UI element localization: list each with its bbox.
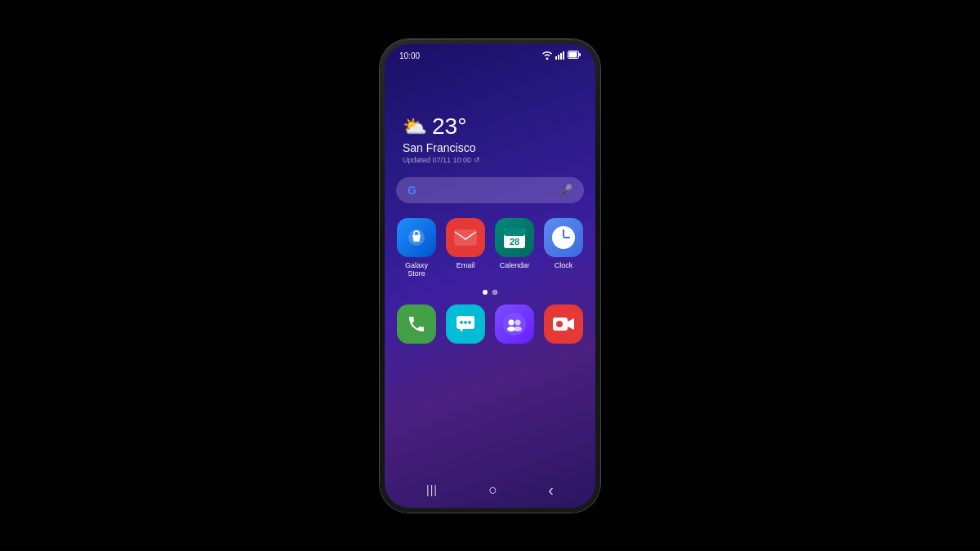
search-bar[interactable]: G 🎤 (396, 177, 584, 203)
svg-rect-3 (563, 51, 564, 60)
app-messages[interactable] (445, 304, 486, 344)
calendar-label: Calendar (500, 261, 530, 270)
svg-point-18 (515, 320, 521, 326)
home-content: ⛅ 23° San Francisco Updated 07/11 10:00 … (385, 64, 595, 474)
status-icons (541, 51, 581, 61)
app-email[interactable]: Email (445, 218, 486, 279)
home-button[interactable]: ○ (488, 482, 497, 499)
svg-rect-0 (555, 56, 557, 60)
page-dot-1[interactable] (483, 290, 488, 295)
svg-point-14 (464, 321, 467, 324)
wifi-icon (541, 51, 553, 61)
svg-rect-2 (560, 53, 562, 60)
recents-button[interactable]: ||| (426, 483, 438, 496)
status-time: 10:00 (399, 51, 420, 60)
clock-label: Clock (555, 261, 573, 270)
svg-rect-1 (558, 55, 559, 60)
svg-text:28: 28 (510, 237, 519, 247)
svg-point-20 (514, 327, 522, 331)
svg-rect-5 (579, 53, 581, 56)
contacts-icon (495, 304, 534, 344)
page-dot-2[interactable] (492, 290, 497, 295)
galaxy-store-label: GalaxyStore (405, 261, 428, 279)
signal-icon (555, 51, 565, 61)
video-icon (544, 304, 583, 344)
weather-widget[interactable]: ⛅ 23° San Francisco Updated 07/11 10:00 … (396, 113, 584, 164)
google-logo: G (408, 184, 416, 197)
dock-row (396, 304, 584, 344)
app-phone[interactable] (396, 304, 437, 344)
app-contacts[interactable] (494, 304, 535, 344)
svg-rect-8 (455, 230, 476, 245)
app-clock[interactable]: Clock (543, 218, 584, 279)
phone-frame: 10:00 (380, 39, 600, 513)
back-button[interactable]: ‹ (548, 481, 554, 500)
svg-rect-6 (569, 52, 577, 58)
app-video[interactable] (543, 304, 584, 344)
weather-city: San Francisco (403, 141, 577, 154)
page-dots (396, 290, 584, 295)
phone-screen: 10:00 (385, 44, 595, 508)
svg-point-17 (509, 320, 514, 326)
weather-temperature: 23° (432, 113, 466, 140)
email-icon (446, 218, 485, 257)
svg-point-16 (503, 313, 526, 335)
svg-point-22 (556, 321, 563, 327)
calendar-icon: 28 (495, 218, 534, 257)
email-label: Email (457, 261, 475, 270)
weather-icon: ⛅ (403, 115, 427, 138)
phone-icon (397, 304, 436, 344)
svg-point-13 (460, 321, 463, 324)
clock-icon (544, 218, 583, 257)
mic-icon: 🎤 (559, 184, 572, 197)
svg-point-15 (468, 321, 471, 324)
galaxy-store-icon (397, 218, 436, 257)
battery-icon (568, 51, 581, 60)
app-grid: GalaxyStore Email (396, 218, 584, 279)
messages-icon (446, 304, 485, 344)
nav-bar: ||| ○ ‹ (385, 474, 595, 508)
app-calendar[interactable]: 28 Calendar (494, 218, 535, 279)
weather-updated: Updated 07/11 10:00 ↺ (403, 156, 577, 164)
svg-rect-10 (504, 229, 525, 236)
app-galaxy-store[interactable]: GalaxyStore (396, 218, 437, 279)
status-bar: 10:00 (385, 44, 595, 64)
